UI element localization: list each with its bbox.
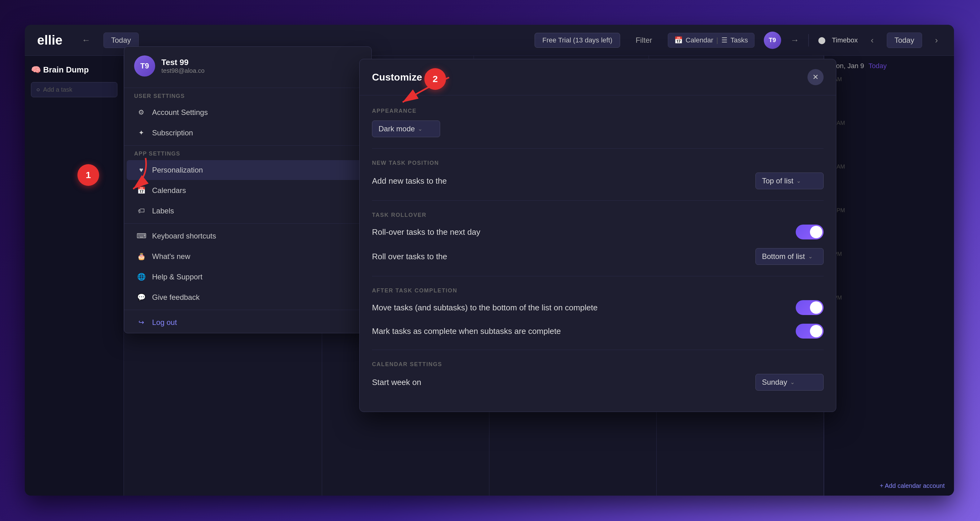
app-window: ellie ← Today Free Trial (13 days left) …: [25, 25, 954, 496]
logout-icon: ↪: [137, 319, 146, 327]
add-calendar-button[interactable]: + Add calendar account: [880, 482, 945, 489]
menu-item-calendars[interactable]: 📅 Calendars: [127, 181, 369, 201]
mark-tasks-label: Mark tasks as complete when subtasks are…: [372, 327, 789, 336]
new-task-position-arrow: ⌄: [796, 177, 801, 184]
rollover-toggle-knob: [810, 226, 822, 238]
modal-header: Customize Ellie ✕: [360, 59, 836, 96]
brain-dump-sidebar: 🧠 Brain Dump ○ Add a task: [25, 56, 124, 496]
section-divider-1: [372, 148, 824, 149]
menu-item-personalization[interactable]: ♥ Personalization: [127, 160, 369, 180]
menu-divider-3: [124, 223, 371, 224]
subscription-label: Subscription: [152, 129, 193, 137]
add-task-icon: ○: [36, 86, 40, 93]
customize-modal: Customize Ellie ✕ APPEARANCE Dark mode ⌄…: [359, 59, 836, 412]
user-header: T9 Test 99 test98@aloa.co: [124, 47, 371, 85]
header-divider: [808, 34, 809, 46]
menu-item-logout[interactable]: ↪ Log out: [127, 312, 369, 332]
task-rollover-label: TASK ROLLOVER: [372, 212, 824, 218]
keyboard-icon: ⌨: [137, 232, 146, 240]
rollover-toggle-label: Roll-over tasks to the next day: [372, 227, 789, 237]
timebox-forward-button[interactable]: ›: [931, 33, 942, 48]
today-button-right[interactable]: Today: [887, 32, 922, 48]
help-support-label: Help & Support: [152, 272, 202, 281]
give-feedback-label: Give feedback: [152, 293, 199, 302]
heart-icon: ♥: [137, 166, 146, 174]
section-divider-4: [372, 350, 824, 350]
section-divider-3: [372, 276, 824, 276]
start-week-arrow: ⌄: [790, 379, 795, 386]
rollover-toggle-row: Roll-over tasks to the next day: [372, 225, 824, 239]
appearance-section-label: APPEARANCE: [372, 108, 824, 114]
timebox-back-button[interactable]: ‹: [867, 33, 877, 48]
feedback-icon: 💬: [137, 293, 146, 301]
labels-label: Labels: [152, 207, 174, 215]
start-week-dropdown[interactable]: Sunday ⌄: [756, 374, 824, 390]
move-tasks-row: Move tasks (and subtasks) to the bottom …: [372, 300, 824, 315]
new-task-position-dropdown[interactable]: Top of list ⌄: [756, 172, 824, 189]
personalization-label: Personalization: [152, 166, 203, 174]
mark-tasks-row: Mark tasks as complete when subtasks are…: [372, 324, 824, 339]
menu-item-give-feedback[interactable]: 💬 Give feedback: [127, 287, 369, 307]
appearance-dropdown-arrow: ⌄: [418, 126, 423, 132]
start-week-label: Start week on: [372, 378, 749, 387]
add-task-placeholder: Add a task: [43, 86, 73, 93]
mark-tasks-toggle-knob: [810, 325, 822, 337]
rollover-to-value: Bottom of list: [762, 252, 805, 261]
modal-title: Customize Ellie: [372, 72, 445, 83]
menu-item-subscription[interactable]: ✦ Subscription: [127, 123, 369, 143]
appearance-dropdown[interactable]: Dark mode ⌄: [372, 121, 440, 137]
menu-item-whats-new[interactable]: 🎂 What's new: [127, 247, 369, 266]
menu-item-labels[interactable]: 🏷 Labels: [127, 201, 369, 221]
tasks-tab-label[interactable]: Tasks: [731, 36, 748, 44]
tasks-icon: ☰: [721, 36, 727, 44]
back-button[interactable]: ←: [78, 33, 94, 48]
menu-item-keyboard-shortcuts[interactable]: ⌨ Keyboard shortcuts: [127, 226, 369, 246]
timebox-panel-date: Mon, Jan 9 Today: [830, 62, 887, 70]
forward-button[interactable]: →: [791, 35, 799, 45]
user-name: Test 99: [161, 57, 204, 67]
rollover-to-row: Roll over tasks to the Bottom of list ⌄: [372, 248, 824, 265]
mark-tasks-toggle[interactable]: [796, 324, 824, 339]
move-tasks-toggle[interactable]: [796, 300, 824, 315]
calendar-icon: 📅: [137, 186, 146, 194]
new-task-position-label: NEW TASK POSITION: [372, 160, 824, 166]
new-task-position-value: Top of list: [762, 177, 793, 185]
user-avatar: T9: [134, 56, 155, 76]
subscription-icon: ✦: [137, 129, 146, 137]
calendar-icon: 📅: [674, 36, 682, 44]
start-week-value: Sunday: [762, 378, 787, 387]
whats-new-icon: 🎂: [137, 252, 146, 260]
brain-dump-title: 🧠 Brain Dump: [31, 65, 118, 75]
gear-icon: ⚙: [137, 108, 146, 116]
rollover-to-label: Roll over tasks to the: [372, 252, 749, 261]
timebox-label: Timebox: [832, 36, 858, 44]
menu-item-help-support[interactable]: 🌐 Help & Support: [127, 267, 369, 287]
move-tasks-label: Move tasks (and subtasks) to the bottom …: [372, 303, 789, 312]
calendar-settings-label: CALENDAR SETTINGS: [372, 361, 824, 368]
today-button-left[interactable]: Today: [103, 32, 139, 48]
add-task-input[interactable]: ○ Add a task: [31, 82, 118, 97]
menu-item-account-settings[interactable]: ⚙ Account Settings: [127, 102, 369, 122]
account-settings-label: Account Settings: [152, 108, 208, 117]
settings-menu: T9 Test 99 test98@aloa.co USER SETTINGS …: [124, 46, 372, 333]
help-icon: 🌐: [137, 273, 146, 281]
keyboard-shortcuts-label: Keyboard shortcuts: [152, 232, 216, 241]
appearance-dropdown-value: Dark mode: [379, 124, 415, 133]
timebox-panel-header: Mon, Jan 9 Today: [830, 62, 948, 70]
menu-divider-4: [124, 310, 371, 310]
modal-close-button[interactable]: ✕: [808, 69, 824, 85]
logout-label: Log out: [152, 318, 177, 327]
timebox-dot-icon: ⬤: [818, 36, 826, 44]
rollover-to-dropdown[interactable]: Bottom of list ⌄: [756, 248, 824, 265]
calendars-label: Calendars: [152, 186, 186, 195]
menu-divider-2: [124, 145, 371, 146]
calendar-tab-label[interactable]: Calendar: [686, 36, 713, 44]
timebox-area: ⬤ Timebox: [818, 36, 858, 44]
rollover-toggle[interactable]: [796, 225, 824, 239]
user-email: test98@aloa.co: [161, 67, 204, 74]
filter-button[interactable]: Filter: [629, 33, 658, 48]
free-trial-button[interactable]: Free Trial (13 days left): [535, 33, 620, 48]
user-avatar-button[interactable]: T9: [764, 32, 781, 49]
new-task-position-desc: Add new tasks to the: [372, 176, 749, 186]
timebox-panel: Mon, Jan 9 Today 9AM 10AM 11AM 12PM 1PM …: [824, 56, 954, 496]
